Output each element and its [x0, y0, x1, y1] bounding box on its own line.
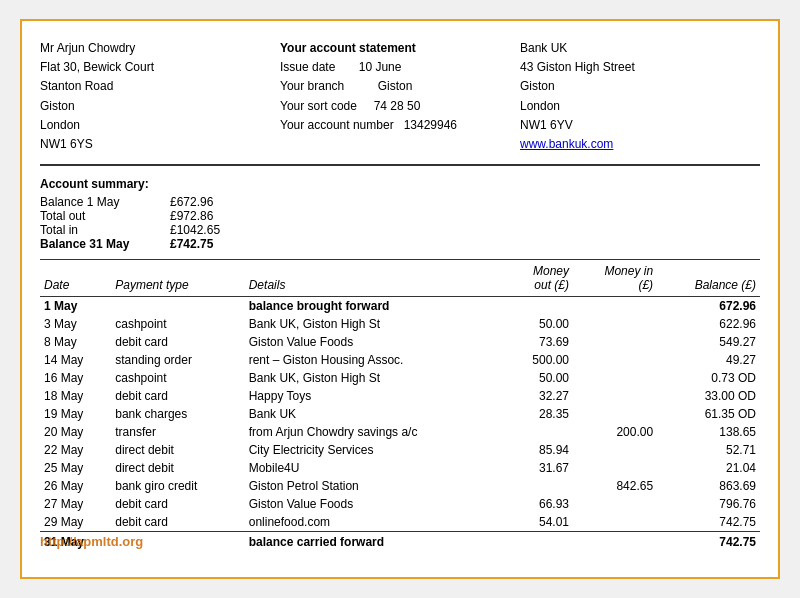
summary-value-balance31: £742.75: [170, 237, 213, 251]
cell-type: transfer: [111, 423, 245, 441]
cell-balance: 622.96: [657, 315, 760, 333]
cell-type: direct debit: [111, 459, 245, 477]
cell-date: 19 May: [40, 405, 111, 423]
cell-date: 1 May: [40, 296, 111, 315]
cell-date: 14 May: [40, 351, 111, 369]
cell-balance: 742.75: [657, 531, 760, 551]
col-payment-type: Payment type: [111, 259, 245, 296]
cell-date: 20 May: [40, 423, 111, 441]
cell-in: [573, 531, 657, 551]
address-line4: Giston: [40, 97, 280, 116]
cell-type: debit card: [111, 495, 245, 513]
cell-in: [573, 315, 657, 333]
cell-date: 26 May: [40, 477, 111, 495]
cell-out: 66.93: [507, 495, 573, 513]
account-value: 13429946: [404, 118, 457, 132]
summary-value-totalout: £972.86: [170, 209, 213, 223]
bank-address2: Giston: [520, 77, 760, 96]
cell-in: [573, 441, 657, 459]
sort-value: 74 28 50: [374, 99, 421, 113]
cell-in: [573, 405, 657, 423]
table-row: 3 May cashpoint Bank UK, Giston High St …: [40, 315, 760, 333]
cell-out: 73.69: [507, 333, 573, 351]
statement-block: Your account statement Issue date 10 Jun…: [280, 39, 520, 154]
account-label: Your account number: [280, 118, 394, 132]
summary-value-balance1: £672.96: [170, 195, 213, 209]
table-body: 1 May balance brought forward 672.96 3 M…: [40, 296, 760, 551]
table-row: 20 May transfer from Arjun Chowdry savin…: [40, 423, 760, 441]
cell-out: [507, 296, 573, 315]
summary-label-balance31: Balance 31 May: [40, 237, 170, 251]
transactions-table: Date Payment type Details Moneyout (£) M…: [40, 259, 760, 551]
address-line1: Mr Arjun Chowdry: [40, 39, 280, 58]
header: Mr Arjun Chowdry Flat 30, Bewick Court S…: [40, 39, 760, 154]
cell-out: 50.00: [507, 315, 573, 333]
table-row: 27 May debit card Giston Value Foods 66.…: [40, 495, 760, 513]
cell-balance: 863.69: [657, 477, 760, 495]
cell-balance: 0.73 OD: [657, 369, 760, 387]
col-date: Date: [40, 259, 111, 296]
cell-type: cashpoint: [111, 369, 245, 387]
address-line2: Flat 30, Bewick Court: [40, 58, 280, 77]
summary-row-totalout: Total out £972.86: [40, 209, 760, 223]
cell-in: 200.00: [573, 423, 657, 441]
cell-balance: 138.65: [657, 423, 760, 441]
cell-details: Bank UK, Giston High St: [245, 369, 507, 387]
cell-details: Giston Petrol Station: [245, 477, 507, 495]
summary-label-totalin: Total in: [40, 223, 170, 237]
bank-website[interactable]: www.bankuk.com: [520, 137, 613, 151]
cell-out: 28.35: [507, 405, 573, 423]
cell-date: 16 May: [40, 369, 111, 387]
cell-type: bank charges: [111, 405, 245, 423]
cell-balance: 672.96: [657, 296, 760, 315]
cell-details: Bank UK, Giston High St: [245, 315, 507, 333]
cell-in: [573, 333, 657, 351]
bank-name: Bank UK: [520, 39, 760, 58]
cell-balance: 52.71: [657, 441, 760, 459]
issue-label: Issue date: [280, 60, 335, 74]
branch-label: Your branch: [280, 79, 344, 93]
cell-details: City Electricity Services: [245, 441, 507, 459]
bank-block: Bank UK 43 Giston High Street Giston Lon…: [520, 39, 760, 154]
cell-out: 54.01: [507, 513, 573, 532]
summary-label-balance1: Balance 1 May: [40, 195, 170, 209]
address-line6: NW1 6YS: [40, 135, 280, 154]
cell-type: debit card: [111, 387, 245, 405]
bank-address4: NW1 6YV: [520, 116, 760, 135]
cell-type: debit card: [111, 333, 245, 351]
cell-date: 25 May: [40, 459, 111, 477]
statement-title: Your account statement: [280, 41, 416, 55]
cell-in: [573, 513, 657, 532]
account-summary: Account summary: Balance 1 May £672.96 T…: [40, 174, 760, 250]
cell-in: [573, 459, 657, 477]
cell-in: 842.65: [573, 477, 657, 495]
col-details: Details: [245, 259, 507, 296]
sort-label: Your sort code: [280, 99, 357, 113]
cell-date: 8 May: [40, 333, 111, 351]
table-row: 26 May bank giro credit Giston Petrol St…: [40, 477, 760, 495]
cell-balance: 33.00 OD: [657, 387, 760, 405]
summary-value-totalin: £1042.65: [170, 223, 220, 237]
cell-date: 3 May: [40, 315, 111, 333]
table-row: 8 May debit card Giston Value Foods 73.6…: [40, 333, 760, 351]
cell-type: cashpoint: [111, 315, 245, 333]
cell-out: 31.67: [507, 459, 573, 477]
address-line3: Stanton Road: [40, 77, 280, 96]
cell-date: 18 May: [40, 387, 111, 405]
summary-label-totalout: Total out: [40, 209, 170, 223]
cell-date: 29 May: [40, 513, 111, 532]
cell-details: balance carried forward: [245, 531, 507, 551]
summary-row-balance1: Balance 1 May £672.96: [40, 195, 760, 209]
table-row: 29 May debit card onlinefood.com 54.01 7…: [40, 513, 760, 532]
table-row: 19 May bank charges Bank UK 28.35 61.35 …: [40, 405, 760, 423]
col-money-in: Money in(£): [573, 259, 657, 296]
cell-details: Giston Value Foods: [245, 333, 507, 351]
cell-type: bank giro credit: [111, 477, 245, 495]
table-header: Date Payment type Details Moneyout (£) M…: [40, 259, 760, 296]
cell-details: from Arjun Chowdry savings a/c: [245, 423, 507, 441]
cell-balance: 49.27: [657, 351, 760, 369]
issue-value: 10 June: [359, 60, 402, 74]
cell-out: 32.27: [507, 387, 573, 405]
cell-type: [111, 296, 245, 315]
cell-balance: 796.76: [657, 495, 760, 513]
